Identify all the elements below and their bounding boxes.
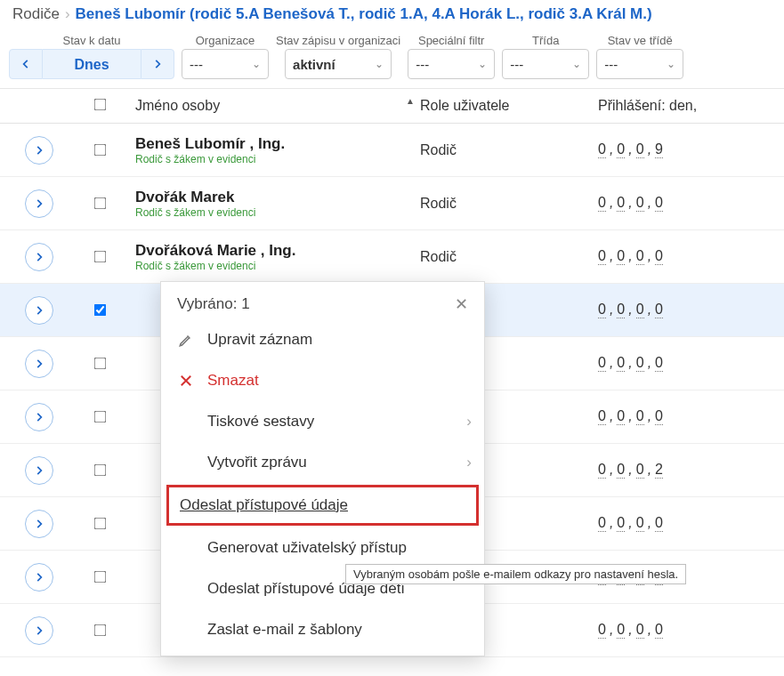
stat-value[interactable]: 0 bbox=[655, 515, 663, 532]
stat-value[interactable]: 0 bbox=[636, 355, 644, 372]
filter-cstate-select[interactable]: ---⌄ bbox=[596, 49, 683, 79]
select-all-checkbox[interactable] bbox=[93, 99, 106, 111]
menu-mail-template[interactable]: Zaslat e-mail z šablony bbox=[161, 609, 484, 650]
stat-value[interactable]: 0 bbox=[636, 195, 644, 212]
stat-value[interactable]: 0 bbox=[636, 462, 644, 479]
row-checkbox[interactable] bbox=[93, 304, 106, 317]
filter-bar: Stav k datu Dnes Organizace ---⌄ Stav zá… bbox=[0, 30, 784, 89]
column-name[interactable]: Jméno osoby ▲ bbox=[135, 98, 420, 114]
stat-value[interactable]: 9 bbox=[655, 141, 663, 158]
stat-value[interactable]: 0 bbox=[636, 248, 644, 265]
expand-button[interactable] bbox=[25, 456, 53, 485]
stat-value[interactable]: 2 bbox=[655, 462, 663, 479]
stat-value[interactable]: 0 bbox=[617, 622, 625, 639]
menu-print[interactable]: Tiskové sestavy › bbox=[161, 401, 484, 442]
stat-value[interactable]: 0 bbox=[617, 141, 625, 158]
filter-org-label: Organizace bbox=[196, 34, 255, 47]
stat-value[interactable]: 0 bbox=[598, 515, 606, 532]
row-checkbox[interactable] bbox=[93, 197, 106, 210]
chevron-right-icon: › bbox=[466, 454, 472, 471]
expand-button[interactable] bbox=[25, 403, 53, 431]
stat-value[interactable]: 0 bbox=[598, 195, 606, 212]
table-row[interactable]: Dvořáková Marie , Ing. Rodič s žákem v e… bbox=[0, 230, 784, 284]
stat-value[interactable]: 0 bbox=[598, 248, 606, 265]
stat-value[interactable]: 0 bbox=[636, 515, 644, 532]
expand-button[interactable] bbox=[25, 189, 53, 218]
stat-value[interactable]: 0 bbox=[636, 408, 644, 425]
stat-value[interactable]: 0 bbox=[636, 622, 644, 639]
breadcrumb: Rodiče › Beneš Lubomír (rodič 5.A Benešo… bbox=[0, 0, 784, 30]
filter-special-select[interactable]: ---⌄ bbox=[408, 49, 495, 79]
stat-value[interactable]: 0 bbox=[655, 355, 663, 372]
login-stats: 0, 0, 0, 0 bbox=[598, 248, 775, 265]
row-checkbox[interactable] bbox=[93, 464, 106, 477]
table-row[interactable]: Beneš Lubomír , Ing. Rodič s žákem v evi… bbox=[0, 124, 784, 177]
row-checkbox[interactable] bbox=[93, 624, 106, 637]
column-login[interactable]: Přihlášení: den, bbox=[598, 98, 784, 114]
stat-value[interactable]: 0 bbox=[655, 195, 663, 212]
stat-value[interactable]: 0 bbox=[598, 141, 606, 158]
date-next-button[interactable] bbox=[141, 49, 174, 79]
chevron-right-icon: › bbox=[466, 413, 472, 431]
stat-value[interactable]: 0 bbox=[617, 355, 625, 372]
stat-value[interactable]: 0 bbox=[617, 462, 625, 479]
row-checkbox[interactable] bbox=[93, 144, 106, 157]
chevron-down-icon: ⌄ bbox=[667, 58, 675, 70]
stat-value[interactable]: 0 bbox=[617, 302, 625, 318]
chevron-right-icon bbox=[33, 518, 45, 530]
chevron-right-icon bbox=[33, 197, 45, 210]
stat-value[interactable]: 0 bbox=[617, 408, 625, 425]
stat-value[interactable]: 0 bbox=[617, 515, 625, 532]
menu-report[interactable]: Vytvořit zprávu › bbox=[161, 442, 484, 483]
row-checkbox[interactable] bbox=[93, 411, 106, 423]
stat-value[interactable]: 0 bbox=[598, 462, 606, 479]
column-role[interactable]: Role uživatele bbox=[420, 98, 598, 114]
context-menu-title: Vybráno: 1 bbox=[177, 295, 250, 313]
chevron-right-icon: › bbox=[65, 5, 70, 23]
stat-value[interactable]: 0 bbox=[598, 408, 606, 425]
filter-class-select[interactable]: ---⌄ bbox=[502, 49, 589, 79]
stat-value[interactable]: 0 bbox=[655, 302, 663, 318]
expand-button[interactable] bbox=[25, 350, 53, 378]
stat-value[interactable]: 0 bbox=[655, 248, 663, 265]
stat-value[interactable]: 0 bbox=[598, 302, 606, 318]
stat-value[interactable]: 0 bbox=[636, 302, 644, 318]
role: Rodič bbox=[420, 249, 457, 264]
expand-button[interactable] bbox=[25, 510, 53, 538]
expand-button[interactable] bbox=[25, 616, 53, 645]
stat-value[interactable]: 0 bbox=[655, 408, 663, 425]
menu-generate-access[interactable]: Generovat uživatelský přístup bbox=[161, 527, 484, 568]
breadcrumb-root[interactable]: Rodiče bbox=[12, 5, 60, 23]
filter-date-label: Stav k datu bbox=[62, 34, 120, 47]
table-row[interactable]: Dvořák Marek Rodič s žákem v evidenci Ro… bbox=[0, 177, 784, 230]
row-checkbox[interactable] bbox=[93, 358, 106, 370]
expand-button[interactable] bbox=[25, 243, 53, 271]
person-status: Rodič s žákem v evidenci bbox=[135, 153, 420, 165]
expand-button[interactable] bbox=[25, 296, 53, 325]
stat-value[interactable]: 0 bbox=[598, 622, 606, 639]
close-button[interactable]: ✕ bbox=[455, 294, 468, 314]
expand-button[interactable] bbox=[25, 136, 53, 165]
login-stats: 0, 0, 0, 9 bbox=[598, 141, 775, 158]
filter-cstate-label: Stav ve třídě bbox=[608, 34, 673, 47]
menu-send-credentials[interactable]: Odeslat přístupové údaje bbox=[166, 485, 479, 526]
row-checkbox[interactable] bbox=[93, 571, 106, 583]
date-current-button[interactable]: Dnes bbox=[43, 49, 141, 79]
menu-delete[interactable]: Smazat bbox=[161, 360, 484, 401]
expand-button[interactable] bbox=[25, 563, 53, 592]
date-prev-button[interactable] bbox=[9, 49, 43, 79]
stat-value[interactable]: 0 bbox=[598, 355, 606, 372]
row-checkbox[interactable] bbox=[93, 251, 106, 263]
stat-value[interactable]: 0 bbox=[617, 195, 625, 212]
row-checkbox[interactable] bbox=[93, 518, 106, 530]
filter-status-select[interactable]: aktivní⌄ bbox=[285, 49, 392, 79]
filter-org-select[interactable]: ---⌄ bbox=[182, 49, 269, 79]
menu-edit[interactable]: Upravit záznam bbox=[161, 319, 484, 360]
stat-value[interactable]: 0 bbox=[655, 622, 663, 639]
stat-value[interactable]: 0 bbox=[636, 141, 644, 158]
stat-value[interactable]: 0 bbox=[617, 248, 625, 265]
breadcrumb-detail[interactable]: Beneš Lubomír (rodič 5.A Benešová T., ro… bbox=[76, 5, 652, 23]
role: Rodič bbox=[420, 196, 457, 211]
person-status: Rodič s žákem v evidenci bbox=[135, 260, 420, 272]
x-icon bbox=[177, 373, 195, 389]
